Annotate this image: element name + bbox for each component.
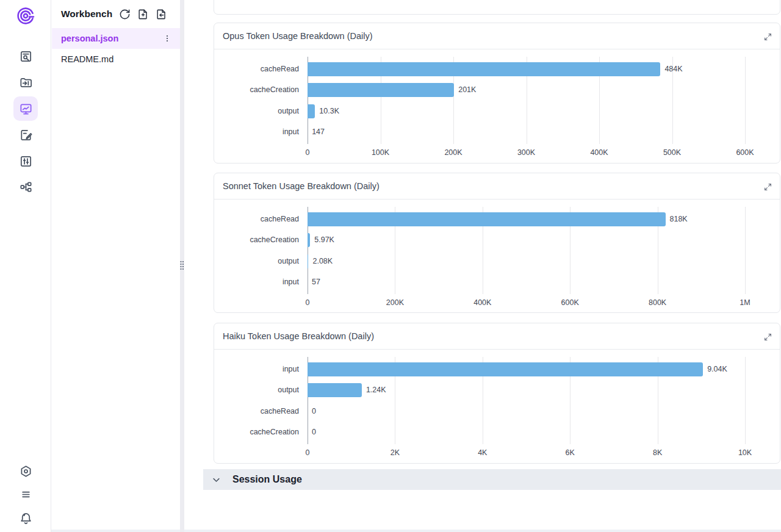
chart-card-header: Sonnet Token Usage Breakdown (Daily) [214,173,780,200]
category-label: input [214,275,299,289]
main-content[interactable]: Opus Token Usage Breakdown (Daily) 0100K… [184,0,781,532]
panel-title: Workbench [61,9,112,20]
gear-icon[interactable] [13,459,38,483]
bar [308,83,454,97]
session-usage-title: Session Usage [232,474,302,485]
category-label: cacheRead [214,62,299,76]
menu-icon[interactable] [13,482,38,506]
file-name: README.md [61,54,174,64]
pipeline-tree-icon[interactable] [13,174,38,199]
left-icon-rail [0,0,51,532]
category-label: cacheCreation [214,83,299,97]
new-file-icon[interactable] [137,6,149,22]
category-label: output [214,254,299,268]
expand-icon[interactable] [763,182,772,192]
file-name: personal.json [61,34,160,43]
bar-row: cacheRead818K [214,212,780,226]
value-label: 0 [312,425,316,439]
spiral-logo [14,4,37,27]
file-row-personal-json[interactable]: personal.json [52,28,180,49]
export-file-icon[interactable] [156,6,168,22]
bar-row: input9.04K [214,362,780,376]
file-edit-icon[interactable] [13,123,38,147]
chart-card-header: Opus Token Usage Breakdown (Daily) [214,23,780,49]
x-axis-tick: 0 [286,298,329,307]
x-axis-tick: 2K [373,448,416,457]
panel-resizer-handle[interactable] [180,0,184,532]
x-axis-tick: 800K [636,298,679,307]
category-label: input [214,362,299,376]
bell-icon[interactable] [13,506,38,530]
bar-row: input147 [214,125,780,139]
bar-chart-opus: 0100K200K300K400K500K600KcacheRead484Kca… [214,49,780,163]
value-label: 2.08K [312,254,333,268]
x-axis-tick: 1M [724,298,766,307]
monitor-chart-icon[interactable] [13,96,38,121]
value-label: 0 [312,404,316,419]
x-axis-tick: 500K [651,148,694,157]
x-axis-tick: 600K [724,148,766,157]
folder-input-icon[interactable] [13,70,38,95]
workbench-panel-header: Workbench [52,0,180,28]
x-axis-tick: 400K [461,298,504,307]
bar-chart-haiku: 02K4K6K8K10Kinput9.04Koutput1.24KcacheRe… [214,350,780,463]
x-axis-tick: 200K [373,298,416,307]
x-axis-tick: 200K [432,148,475,157]
x-axis-tick: 0 [286,448,329,457]
category-label: cacheRead [214,212,299,226]
bar-chart-sonnet: 0200K400K600K800K1McacheRead818KcacheCre… [214,200,780,312]
bar [308,233,310,247]
value-label: 484K [664,62,682,76]
category-label: output [214,104,299,118]
bar [308,212,666,226]
file-search-icon[interactable] [13,44,38,68]
category-label: cacheCreation [214,233,299,247]
expand-icon[interactable] [763,332,772,342]
value-label: 1.24K [366,383,386,397]
bar [308,362,703,376]
value-label: 10.3K [319,104,339,118]
x-axis-tick: 600K [549,298,591,307]
category-label: cacheRead [214,404,299,419]
bar-row: cacheRead484K [214,62,780,76]
bar-row: cacheRead0 [214,404,780,419]
category-label: output [214,383,299,397]
kebab-menu-icon[interactable] [160,32,174,45]
x-axis-tick: 8K [636,448,679,457]
bar-row: cacheCreation5.97K [214,233,780,247]
x-axis-tick: 6K [549,448,591,457]
bar [308,62,660,76]
bar [308,383,362,397]
bar [308,104,315,118]
chart-title: Sonnet Token Usage Breakdown (Daily) [223,181,380,191]
expand-icon[interactable] [763,32,772,41]
opus-chart-card: Opus Token Usage Breakdown (Daily) 0100K… [214,23,780,164]
x-axis-tick: 300K [505,148,548,157]
x-axis-tick: 400K [578,148,621,157]
x-axis-tick: 0 [286,148,329,157]
bar-row: input57 [214,275,780,289]
bar-row: cacheCreation0 [214,425,780,439]
session-usage-section-header[interactable]: Session Usage [203,469,781,490]
haiku-chart-card: Haiku Token Usage Breakdown (Daily) 02K4… [214,323,780,464]
chart-title: Opus Token Usage Breakdown (Daily) [223,31,373,41]
category-label: input [214,125,299,139]
workbench-panel: Workbench personal.json [52,0,180,532]
value-label: 818K [670,212,688,226]
value-label: 57 [312,275,320,289]
sliders-icon[interactable] [13,149,38,173]
value-label: 201K [458,83,476,97]
bar-row: output2.08K [214,254,780,268]
x-axis-tick: 4K [461,448,504,457]
app-window: Workbench personal.json [0,0,781,532]
value-label: 9.04K [707,362,727,376]
file-row-readme-md[interactable]: README.md [52,49,180,70]
x-axis-tick: 100K [359,148,402,157]
refresh-icon[interactable] [118,6,131,22]
x-axis-tick: 10K [724,448,766,457]
sonnet-chart-card: Sonnet Token Usage Breakdown (Daily) 020… [214,173,780,313]
drag-grip-icon [180,261,184,270]
chevron-down-icon[interactable] [212,475,221,484]
window-bottom-edge [0,530,781,532]
value-label: 5.97K [314,233,334,247]
